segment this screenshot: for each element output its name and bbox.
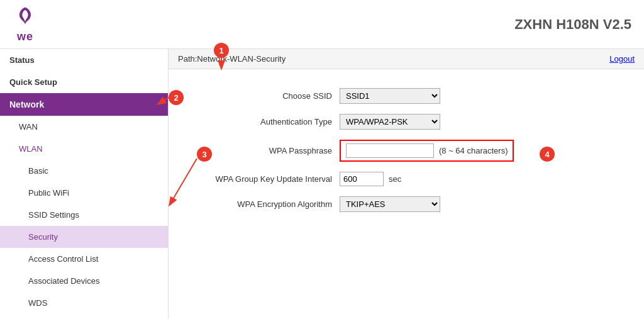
sidebar: Status Quick Setup Network WAN WLAN Basi…: [0, 49, 169, 319]
passphrase-control: (8 ~ 64 characters): [340, 140, 514, 162]
passphrase-label: WPA Passphrase: [194, 146, 332, 155]
sidebar-item-security[interactable]: Security: [0, 226, 168, 248]
logout-link[interactable]: Logout: [609, 54, 635, 64]
auth-type-row: Authentication Type WPA/WPA2-PSK WPA-PSK…: [194, 114, 619, 130]
group-key-input[interactable]: [340, 172, 384, 186]
choose-ssid-label: Choose SSID: [194, 91, 332, 101]
sidebar-item-wlan[interactable]: WLAN: [0, 138, 168, 160]
sidebar-item-public-wifi[interactable]: Public WiFi: [0, 182, 168, 204]
group-key-row: WPA Group Key Update Interval sec: [194, 172, 619, 186]
content-area: Path:Network-WLAN-Security Logout Choose…: [169, 49, 644, 319]
passphrase-box: (8 ~ 64 characters): [340, 140, 514, 162]
encryption-row: WPA Encryption Algorithm TKIP+AES TKIP A…: [194, 196, 619, 212]
choose-ssid-row: Choose SSID SSID1 SSID2 SSID3 SSID4: [194, 88, 619, 104]
sidebar-item-basic[interactable]: Basic: [0, 160, 168, 182]
passphrase-row: WPA Passphrase (8 ~ 64 characters): [194, 140, 619, 162]
group-key-unit: sec: [389, 174, 401, 184]
auth-type-control: WPA/WPA2-PSK WPA-PSK WPA2-PSK None: [340, 114, 440, 130]
logo-text: we: [17, 30, 33, 43]
encryption-label: WPA Encryption Algorithm: [194, 199, 332, 209]
sidebar-item-network[interactable]: Network: [0, 93, 168, 116]
choose-ssid-control: SSID1 SSID2 SSID3 SSID4: [340, 88, 440, 104]
main-layout: Status Quick Setup Network WAN WLAN Basi…: [0, 49, 644, 319]
sidebar-item-quick-setup[interactable]: Quick Setup: [0, 71, 168, 93]
logo-icon: [13, 5, 38, 30]
path-bar: Path:Network-WLAN-Security Logout: [169, 49, 644, 69]
passphrase-input[interactable]: [346, 143, 434, 158]
sidebar-item-wds[interactable]: WDS: [0, 292, 168, 314]
header: we ZXHN H108N V2.5: [0, 0, 644, 49]
sidebar-item-wan[interactable]: WAN: [0, 116, 168, 138]
sidebar-item-acl[interactable]: Access Control List: [0, 248, 168, 270]
sidebar-item-ssid-settings[interactable]: SSID Settings: [0, 204, 168, 226]
device-title: ZXHN H108N V2.5: [514, 16, 631, 33]
auth-type-label: Authentication Type: [194, 117, 332, 126]
form-area: Choose SSID SSID1 SSID2 SSID3 SSID4 Auth…: [169, 69, 644, 241]
group-key-label: WPA Group Key Update Interval: [194, 174, 332, 184]
path-text: Path:Network-WLAN-Security: [178, 54, 286, 64]
auth-type-select[interactable]: WPA/WPA2-PSK WPA-PSK WPA2-PSK None: [340, 114, 440, 130]
sidebar-item-status[interactable]: Status: [0, 49, 168, 71]
sidebar-item-associated-devices[interactable]: Associated Devices: [0, 270, 168, 292]
encryption-select[interactable]: TKIP+AES TKIP AES: [340, 196, 440, 212]
group-key-control: sec: [340, 172, 401, 186]
passphrase-hint: (8 ~ 64 characters): [439, 146, 508, 155]
encryption-control: TKIP+AES TKIP AES: [340, 196, 440, 212]
sidebar-item-wifi-restrictions[interactable]: WiFi Restrictions: [0, 314, 168, 319]
choose-ssid-select[interactable]: SSID1 SSID2 SSID3 SSID4: [340, 88, 440, 104]
logo-area: we: [13, 5, 38, 43]
